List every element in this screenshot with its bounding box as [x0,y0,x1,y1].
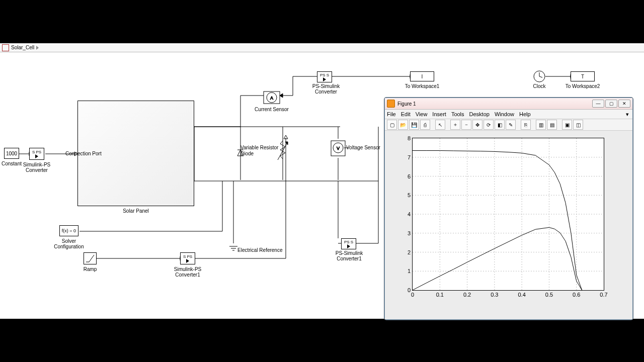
matlab-icon [387,100,395,108]
grid [413,138,604,290]
solver-config-label: Solver Configuration [39,238,99,249]
xtick: 0 [405,290,420,298]
pss-converter1-label: PS-Simulink Converter1 [319,250,379,261]
svg-text:V: V [337,146,340,151]
ramp-block[interactable] [84,252,97,264]
pss-converter1-block[interactable]: PS S [341,238,356,249]
ramp-label: Ramp [60,266,120,272]
brush-icon[interactable]: ✎ [506,120,516,130]
legend-icon[interactable]: ▤ [547,120,557,130]
electrical-reference-label: Electrical Reference [237,247,293,253]
figure-plotarea: 01234567800.10.20.30.40.50.60.7 [385,131,632,319]
current-sensor-label: Current Sensor [242,107,302,112]
solar-panel-label: Solar Panel [106,208,166,214]
pss-converter-block[interactable]: PS S [317,71,332,82]
to-workspace1-block[interactable]: I [410,71,434,81]
figure-toolbar[interactable]: ▢ 📂 💾 ⎙ ↖ ＋ － ✥ ⟳ ◧ ✎ ⎘ ▥ ▤ ▣ ◫ [385,119,632,131]
sps-converter-block[interactable]: S PS [29,148,44,160]
figure-titlebar[interactable]: Figure 1 — ▢ ✕ [385,98,632,110]
ytick: 8 [400,135,413,141]
rotate-icon[interactable]: ⟳ [484,120,494,130]
arrow-right-icon [186,259,189,263]
arrow-right-icon [347,244,350,248]
diode-label: Diode [240,151,271,156]
variable-resistor-label: Variable Resistor [240,145,286,150]
curves [413,151,582,291]
figure-menubar[interactable]: File Edit View Insert Tools Desktop Wind… [385,110,632,119]
svg-rect-45 [331,141,345,156]
ytick: 3 [400,230,413,236]
svg-point-50 [534,71,545,82]
solver-config-block[interactable]: f(x) = 0 [59,225,78,236]
to-workspace2-block[interactable]: T [571,71,595,81]
sps-converter-label: Simulink-PS Converter [7,162,67,173]
svg-line-52 [539,76,542,77]
sps1-label-top: S PS [183,254,192,259]
open-icon[interactable]: 📂 [398,120,408,130]
menu-window[interactable]: Window [495,111,514,117]
ytick: 7 [400,154,413,160]
maximize-button[interactable]: ▢ [605,100,617,108]
menu-view[interactable]: View [416,111,428,117]
xtick: 0.5 [541,290,556,298]
menu-overflow-icon[interactable]: ▾ [624,111,630,118]
data-cursor-icon[interactable]: ◧ [495,120,505,130]
save-icon[interactable]: 💾 [409,120,419,130]
close-button[interactable]: ✕ [618,100,630,108]
svg-point-39 [267,93,277,103]
xtick: 0.3 [487,290,502,298]
pss-converter-label: PS-Simulink Converter [296,83,356,95]
axes[interactable]: 01234567800.10.20.30.40.50.60.7 [412,138,604,291]
toWS2-var: T [581,74,584,79]
svg-rect-41 [264,92,280,104]
menu-tools[interactable]: Tools [451,111,464,117]
minimize-button[interactable]: — [592,100,604,108]
svg-text:A: A [270,96,273,101]
ytick: 1 [400,268,413,274]
sps-converter1-label: Simulink-PS Converter1 [157,266,218,278]
ytick: 2 [400,249,413,255]
to-workspace1-label: To Workspace1 [392,83,452,89]
arrow-right-icon [323,77,326,81]
colorbar-icon[interactable]: ▥ [536,120,546,130]
menu-edit[interactable]: Edit [401,111,411,117]
svg-marker-33 [284,135,288,139]
ytick: 4 [400,211,413,217]
model-icon [2,44,9,51]
connection-port-label: Connection Port [65,151,106,156]
figure-title: Figure 1 [397,101,591,107]
zoom-out-icon[interactable]: － [461,120,471,130]
ytick: 5 [400,192,413,198]
sps-converter1-block[interactable]: S PS [180,252,195,264]
xtick: 0.1 [432,290,447,298]
menu-file[interactable]: File [387,111,396,117]
xtick: 0.2 [460,290,475,298]
pss-label-top: PS S [320,73,329,77]
dock-icon[interactable]: ▣ [562,120,572,130]
svg-marker-42 [280,94,283,98]
menu-help[interactable]: Help [519,111,531,117]
undock-icon[interactable]: ◫ [573,120,583,130]
menu-desktop[interactable]: Desktop [469,111,490,117]
toWS1-var: I [422,74,423,79]
arrow-right-icon [35,154,38,158]
new-figure-icon[interactable]: ▢ [387,120,397,130]
breadcrumb-root[interactable]: Solar_Cell [11,45,34,50]
constant-block[interactable]: 1000 [4,148,19,159]
menu-insert[interactable]: Insert [432,111,446,117]
zoom-in-icon[interactable]: ＋ [450,120,460,130]
print-icon[interactable]: ⎙ [420,120,430,130]
chevron-right-icon [36,46,39,50]
constant-value: 1000 [6,151,17,156]
figure-window[interactable]: Figure 1 — ▢ ✕ File Edit View Insert Too… [384,98,633,320]
xtick: 0.4 [514,290,529,298]
ytick: 6 [400,173,413,179]
simulink-canvas: A V 1000 Constant S PS [0,52,644,319]
pointer-icon[interactable]: ↖ [435,120,445,130]
pan-icon[interactable]: ✥ [472,120,482,130]
breadcrumb[interactable]: Solar_Cell [0,43,644,52]
xtick: 0.6 [569,290,584,298]
link-icon[interactable]: ⎘ [521,120,531,130]
solver-text: f(x) = 0 [62,228,76,233]
svg-point-43 [333,143,343,153]
